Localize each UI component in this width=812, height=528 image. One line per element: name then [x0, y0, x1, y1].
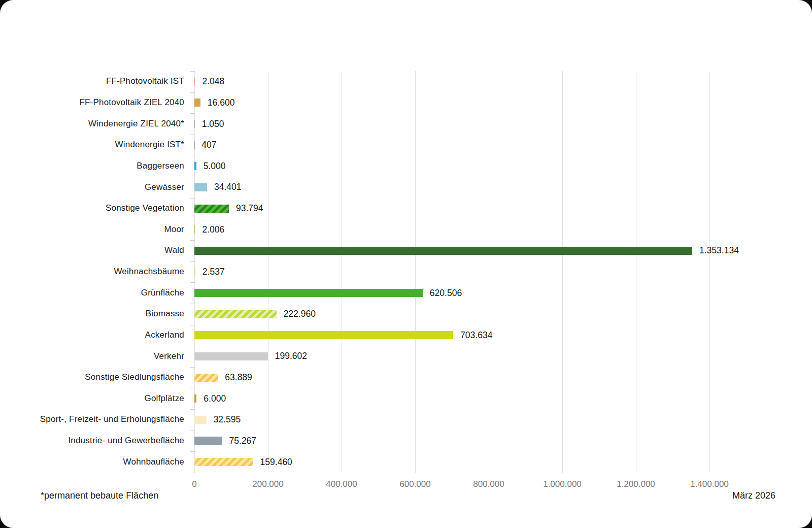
value-label: 2.048: [202, 76, 224, 87]
chart-card: FF-Photovoltaik IST 2.048 FF-Photovoltai…: [0, 0, 812, 528]
value-label: 63.889: [225, 372, 252, 383]
bar-track: 32.595: [194, 414, 783, 425]
bar: [194, 352, 268, 360]
value-label: 620.506: [430, 288, 462, 299]
value-label: 159.460: [260, 457, 292, 468]
chart-row: Verkehr 199.602: [0, 346, 792, 367]
category-label: Verkehr: [0, 352, 184, 361]
bar-track: 63.889: [194, 372, 783, 383]
bar: [194, 394, 196, 403]
value-label: 6.000: [204, 393, 226, 404]
x-tick-label: 0: [192, 479, 196, 489]
category-label: Sport-, Freizeit- und Erholungsfläche: [0, 415, 184, 424]
x-tick-label: 200.000: [252, 479, 283, 489]
bar: [194, 458, 253, 466]
bar: [194, 331, 453, 339]
bar-track: 34.401: [194, 182, 783, 192]
value-label: 703.634: [460, 330, 492, 341]
bar: [194, 374, 218, 382]
category-label: Windenergie ZIEL 2040*: [0, 119, 184, 129]
category-label: Moor: [0, 225, 184, 235]
value-label: 407: [201, 140, 216, 150]
chart-row: Grünfläche 620.506: [0, 282, 792, 304]
chart-row: Ackerland 703.634: [0, 325, 792, 346]
chart-row: Moor 2.006: [0, 219, 792, 240]
y-axis-tick: [190, 473, 195, 473]
chart-row: Wald 1.353.134: [0, 240, 792, 261]
bar: [194, 289, 423, 297]
plot-rows: FF-Photovoltaik IST 2.048 FF-Photovoltai…: [0, 71, 792, 473]
value-label: 1.050: [202, 119, 224, 129]
bar-track: 159.460: [194, 457, 783, 468]
category-label: Industrie- und Gewerbefläche: [0, 436, 184, 446]
category-label: Windenergie IST*: [0, 140, 184, 150]
chart-row: Windenergie ZIEL 2040* 1.050: [0, 113, 792, 135]
chart-row: Gewässer 34.401: [0, 177, 792, 198]
category-label: Wald: [0, 246, 184, 255]
category-label: Golfplätze: [0, 394, 184, 404]
value-label: 32.595: [214, 414, 241, 425]
chart-row: Golfplätze 6.000: [0, 388, 792, 409]
bar: [194, 416, 207, 424]
bar: [194, 183, 207, 191]
value-label: 34.401: [214, 182, 242, 192]
value-label: 16.600: [208, 97, 235, 108]
bar: [194, 98, 200, 107]
chart-row: Weihnachsbäume 2.537: [0, 261, 792, 283]
bar-track: 93.794: [194, 203, 783, 214]
x-tick-label: 1.400.000: [690, 479, 729, 489]
chart-row: Sonstige Vegetation 93.794: [0, 198, 792, 219]
bar: [194, 205, 229, 213]
bar: [194, 310, 277, 318]
chart-row: Sport-, Freizeit- und Erholungsfläche 32…: [0, 409, 792, 431]
x-axis-labels: 0200.000400.000600.000800.0001.000.0001.…: [194, 479, 783, 492]
bar-track: 2.537: [194, 267, 783, 277]
date-label: März 2026: [732, 490, 775, 501]
x-tick-label: 1.000.000: [543, 479, 582, 489]
x-tick-label: 400.000: [326, 479, 357, 489]
value-label: 75.267: [229, 436, 257, 446]
value-label: 1.353.134: [699, 245, 739, 256]
chart-row: Wohnbaufläche 159.460: [0, 451, 792, 473]
chart-row: FF-Photovoltaik IST 2.048: [0, 71, 792, 92]
category-label: Biomasse: [0, 309, 184, 319]
bar: [194, 225, 195, 234]
chart-row: Industrie- und Gewerbefläche 75.267: [0, 431, 792, 452]
value-label: 2.006: [202, 224, 224, 235]
category-label: Weihnachsbäume: [0, 267, 184, 277]
bar-track: 407: [194, 140, 783, 150]
bar: [194, 78, 195, 86]
bar-track: 703.634: [194, 330, 783, 341]
x-tick-label: 800.000: [473, 479, 504, 489]
category-label: Ackerland: [0, 331, 184, 340]
value-label: 222.960: [284, 309, 316, 319]
x-tick-label: 600.000: [399, 479, 430, 489]
bar-track: 5.000: [194, 161, 783, 172]
bar: [194, 120, 195, 128]
bar-track: 6.000: [194, 393, 783, 404]
bar-track: 620.506: [194, 288, 783, 299]
category-label: Sonstige Vegetation: [0, 204, 184, 213]
footnote: *permanent bebaute Flächen: [41, 490, 158, 501]
bar-track: 2.048: [194, 76, 783, 87]
bar-track: 222.960: [194, 309, 783, 319]
category-label: Baggerseen: [0, 161, 184, 171]
category-label: Gewässer: [0, 183, 184, 192]
bar: [194, 437, 222, 445]
chart-row: Sonstige Siedlungsfläche 63.889: [0, 367, 792, 388]
value-label: 93.794: [236, 203, 263, 214]
bar-track: 1.353.134: [194, 245, 783, 256]
bar: [194, 162, 196, 170]
category-label: FF-Photovoltaik IST: [0, 77, 184, 86]
category-label: Grünfläche: [0, 288, 184, 298]
bar-track: 16.600: [194, 97, 783, 108]
chart-row: Windenergie IST* 407: [0, 135, 792, 156]
bar-track: 2.006: [194, 224, 783, 235]
bar-track: 75.267: [194, 436, 783, 446]
bar: [194, 268, 195, 276]
bar-track: 199.602: [194, 351, 783, 361]
value-label: 5.000: [204, 161, 226, 172]
chart-row: FF-Photovoltaik ZIEL 2040 16.600: [0, 92, 792, 114]
category-label: Sonstige Siedlungsfläche: [0, 373, 184, 382]
chart-row: Biomasse 222.960: [0, 304, 792, 325]
